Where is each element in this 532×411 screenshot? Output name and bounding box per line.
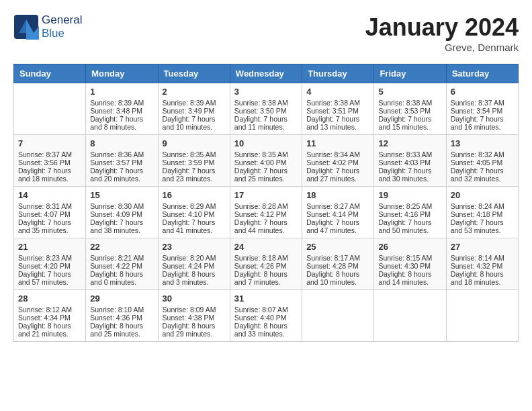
sunset-text: Sunset: 4:20 PM	[18, 262, 81, 270]
title-area: January 2024 Greve, Denmark	[365, 13, 519, 53]
sunset-text: Sunset: 4:00 PM	[234, 158, 298, 167]
calendar-cell: 17Sunrise: 8:28 AMSunset: 4:12 PMDayligh…	[230, 187, 302, 238]
calendar-week-row: 7Sunrise: 8:37 AMSunset: 3:56 PMDaylight…	[14, 135, 519, 187]
calendar-cell: 21Sunrise: 8:23 AMSunset: 4:20 PMDayligh…	[14, 238, 86, 290]
calendar-cell: 4Sunrise: 8:38 AMSunset: 3:51 PMDaylight…	[302, 83, 374, 135]
sunset-text: Sunset: 3:59 PM	[163, 158, 226, 167]
sunset-text: Sunset: 4:24 PM	[163, 262, 226, 270]
calendar-cell: 24Sunrise: 8:18 AMSunset: 4:26 PMDayligh…	[230, 238, 302, 290]
sunrise-text: Sunrise: 8:14 AM	[451, 254, 514, 262]
calendar-week-row: 28Sunrise: 8:12 AMSunset: 4:34 PMDayligh…	[14, 290, 519, 342]
logo-blue-text: Blue	[42, 27, 82, 40]
sunrise-text: Sunrise: 8:33 AM	[378, 150, 441, 158]
sunset-text: Sunset: 4:05 PM	[451, 158, 514, 167]
sunrise-text: Sunrise: 8:27 AM	[306, 202, 369, 210]
sunset-text: Sunset: 4:18 PM	[451, 210, 514, 218]
sunrise-text: Sunrise: 8:38 AM	[234, 99, 298, 107]
daylight-text: Daylight: 7 hours and 20 minutes.	[90, 167, 153, 183]
calendar-cell: 20Sunrise: 8:24 AMSunset: 4:18 PMDayligh…	[446, 187, 518, 238]
sunset-text: Sunset: 4:30 PM	[378, 262, 441, 270]
day-number: 14	[18, 190, 81, 200]
daylight-text: Daylight: 7 hours and 11 minutes.	[234, 115, 298, 131]
calendar-cell: 28Sunrise: 8:12 AMSunset: 4:34 PMDayligh…	[14, 290, 86, 342]
sunrise-text: Sunrise: 8:37 AM	[18, 150, 81, 158]
calendar-cell	[302, 290, 374, 342]
calendar-cell: 2Sunrise: 8:39 AMSunset: 3:49 PMDaylight…	[158, 83, 230, 135]
sunset-text: Sunset: 4:40 PM	[234, 314, 298, 322]
daylight-text: Daylight: 7 hours and 30 minutes.	[378, 167, 441, 183]
calendar-cell: 7Sunrise: 8:37 AMSunset: 3:56 PMDaylight…	[14, 135, 86, 187]
day-number: 31	[234, 293, 298, 304]
day-number: 22	[90, 242, 153, 252]
daylight-text: Daylight: 8 hours and 7 minutes.	[234, 270, 298, 286]
daylight-text: Daylight: 7 hours and 18 minutes.	[18, 167, 81, 183]
weekday-header: Thursday	[302, 64, 374, 83]
sunset-text: Sunset: 4:07 PM	[18, 210, 81, 218]
weekday-header: Saturday	[446, 64, 518, 83]
sunset-text: Sunset: 4:09 PM	[90, 210, 153, 218]
calendar-cell: 3Sunrise: 8:38 AMSunset: 3:50 PMDaylight…	[230, 83, 302, 135]
day-number: 18	[306, 190, 369, 200]
sunrise-text: Sunrise: 8:09 AM	[163, 306, 226, 314]
calendar-cell	[374, 290, 446, 342]
page-header: General Blue January 2024 Greve, Denmark	[13, 13, 519, 53]
day-number: 11	[306, 138, 369, 148]
daylight-text: Daylight: 7 hours and 13 minutes.	[306, 115, 369, 131]
daylight-text: Daylight: 7 hours and 53 minutes.	[451, 218, 514, 234]
calendar-cell: 15Sunrise: 8:30 AMSunset: 4:09 PMDayligh…	[86, 187, 158, 238]
sunrise-text: Sunrise: 8:34 AM	[306, 150, 369, 158]
sunrise-text: Sunrise: 8:25 AM	[378, 202, 441, 210]
daylight-text: Daylight: 7 hours and 10 minutes.	[163, 115, 226, 131]
calendar-week-row: 14Sunrise: 8:31 AMSunset: 4:07 PMDayligh…	[14, 187, 519, 238]
calendar-cell: 9Sunrise: 8:35 AMSunset: 3:59 PMDaylight…	[158, 135, 230, 187]
calendar-header-row: SundayMondayTuesdayWednesdayThursdayFrid…	[14, 64, 519, 83]
daylight-text: Daylight: 7 hours and 35 minutes.	[18, 218, 81, 234]
daylight-text: Daylight: 7 hours and 50 minutes.	[378, 218, 441, 234]
sunrise-text: Sunrise: 8:30 AM	[90, 202, 153, 210]
day-number: 19	[378, 190, 441, 200]
sunrise-text: Sunrise: 8:36 AM	[90, 150, 153, 158]
day-number: 2	[163, 87, 226, 97]
calendar-cell: 27Sunrise: 8:14 AMSunset: 4:32 PMDayligh…	[446, 238, 518, 290]
day-number: 10	[234, 138, 298, 148]
sunrise-text: Sunrise: 8:31 AM	[18, 202, 81, 210]
day-number: 20	[451, 190, 514, 200]
calendar-table: SundayMondayTuesdayWednesdayThursdayFrid…	[13, 64, 519, 342]
sunset-text: Sunset: 4:22 PM	[90, 262, 153, 270]
location-subtitle: Greve, Denmark	[365, 42, 519, 53]
calendar-cell: 26Sunrise: 8:15 AMSunset: 4:30 PMDayligh…	[374, 238, 446, 290]
day-number: 25	[306, 242, 369, 252]
logo: General Blue	[13, 13, 82, 40]
calendar-cell: 1Sunrise: 8:39 AMSunset: 3:48 PMDaylight…	[86, 83, 158, 135]
daylight-text: Daylight: 7 hours and 47 minutes.	[306, 218, 369, 234]
sunset-text: Sunset: 3:50 PM	[234, 107, 298, 115]
calendar-cell: 19Sunrise: 8:25 AMSunset: 4:16 PMDayligh…	[374, 187, 446, 238]
day-number: 21	[18, 242, 81, 252]
calendar-cell: 30Sunrise: 8:09 AMSunset: 4:38 PMDayligh…	[158, 290, 230, 342]
calendar-cell: 29Sunrise: 8:10 AMSunset: 4:36 PMDayligh…	[86, 290, 158, 342]
day-number: 26	[378, 242, 441, 252]
calendar-week-row: 21Sunrise: 8:23 AMSunset: 4:20 PMDayligh…	[14, 238, 519, 290]
day-number: 24	[234, 242, 298, 252]
daylight-text: Daylight: 8 hours and 0 minutes.	[90, 270, 153, 286]
daylight-text: Daylight: 7 hours and 25 minutes.	[234, 167, 298, 183]
sunrise-text: Sunrise: 8:38 AM	[378, 99, 441, 107]
sunrise-text: Sunrise: 8:10 AM	[90, 306, 153, 314]
sunrise-text: Sunrise: 8:29 AM	[163, 202, 226, 210]
sunrise-text: Sunrise: 8:12 AM	[18, 306, 81, 314]
sunset-text: Sunset: 4:14 PM	[306, 210, 369, 218]
calendar-cell: 22Sunrise: 8:21 AMSunset: 4:22 PMDayligh…	[86, 238, 158, 290]
day-number: 28	[18, 293, 81, 304]
day-number: 27	[451, 242, 514, 252]
weekday-header: Friday	[374, 64, 446, 83]
daylight-text: Daylight: 8 hours and 10 minutes.	[306, 270, 369, 286]
sunrise-text: Sunrise: 8:20 AM	[163, 254, 226, 262]
daylight-text: Daylight: 7 hours and 38 minutes.	[90, 218, 153, 234]
sunrise-text: Sunrise: 8:23 AM	[18, 254, 81, 262]
calendar-cell: 6Sunrise: 8:37 AMSunset: 3:54 PMDaylight…	[446, 83, 518, 135]
daylight-text: Daylight: 8 hours and 14 minutes.	[378, 270, 441, 286]
day-number: 23	[163, 242, 226, 252]
daylight-text: Daylight: 7 hours and 32 minutes.	[451, 167, 514, 183]
sunset-text: Sunset: 3:49 PM	[163, 107, 226, 115]
calendar-week-row: 1Sunrise: 8:39 AMSunset: 3:48 PMDaylight…	[14, 83, 519, 135]
